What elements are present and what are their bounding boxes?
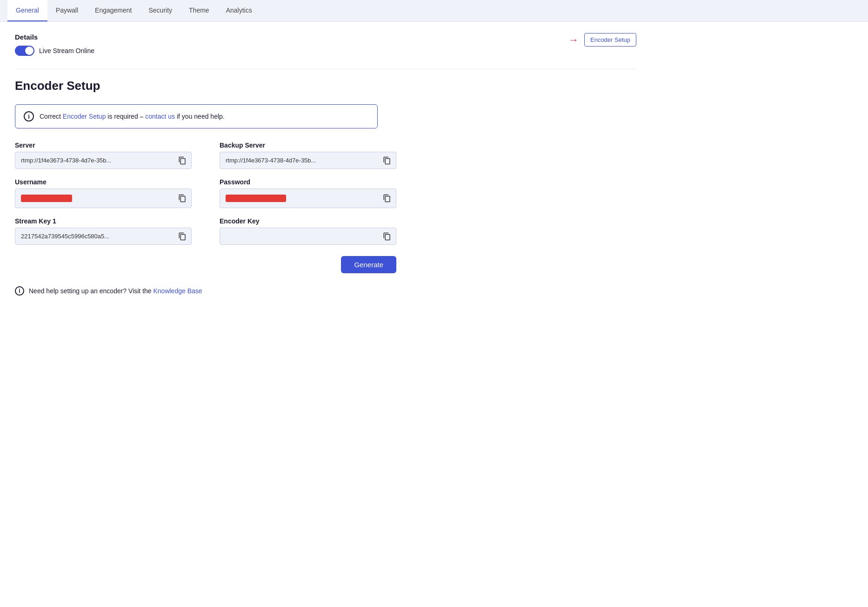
details-section-header: Details Live Stream Online → Encoder Set… [15,33,636,60]
copy-icon [178,194,187,202]
backup-server-label: Backup Server [220,142,396,149]
server-field-group: Server [15,142,192,169]
stream-key-1-input[interactable] [15,228,174,244]
stream-key-1-field-group: Stream Key 1 [15,217,192,245]
copy-icon [178,232,187,241]
tab-theme[interactable]: Theme [180,0,218,21]
encoder-key-field-group: Encoder Key [220,217,396,245]
copy-icon [383,194,391,202]
server-copy-button[interactable] [174,153,191,169]
password-copy-button[interactable] [378,190,396,206]
server-label: Server [15,142,192,149]
tab-engagement[interactable]: Engagement [87,0,140,21]
tab-analytics[interactable]: Analytics [218,0,260,21]
live-stream-toggle-row: Live Stream Online [15,46,94,56]
server-input[interactable] [15,152,174,169]
username-field-group: Username [15,178,192,208]
username-redacted [15,189,174,208]
copy-icon [178,156,187,165]
backup-server-input[interactable] [220,152,378,169]
encoder-setup-heading: Encoder Setup [15,79,636,93]
arrow-to-encoder-btn: → [568,34,579,46]
live-stream-label: Live Stream Online [39,47,94,54]
generate-button[interactable]: Generate [341,256,396,273]
toggle-thumb [25,47,33,55]
info-icon: i [24,111,34,121]
stream-key-1-copy-button[interactable] [174,229,191,244]
encoder-key-input-wrapper [220,228,396,245]
backup-server-input-wrapper [220,152,396,169]
backup-server-field-group: Backup Server [220,142,396,169]
encoder-key-copy-button[interactable] [378,229,396,244]
backup-server-copy-button[interactable] [378,153,396,169]
section-divider [15,69,636,69]
password-redacted [220,189,378,208]
password-field-group: Password [220,178,396,208]
tabs-bar: General Paywall Engagement Security Them… [0,0,868,22]
details-left: Details Live Stream Online [15,33,94,60]
password-redacted-bar [226,195,286,202]
username-redacted-bar [21,195,72,202]
encoder-setup-link[interactable]: Encoder Setup [63,113,106,120]
fields-grid: Server Backup Server [15,142,636,245]
copy-icon [383,156,391,165]
knowledge-base-link[interactable]: Knowledge Base [153,287,202,295]
password-input-wrapper [220,189,396,208]
info-message: Correct Encoder Setup is required – cont… [40,113,225,120]
live-stream-toggle[interactable] [15,46,34,56]
username-input-wrapper [15,189,192,208]
encoder-info-box: i Correct Encoder Setup is required – co… [15,104,378,128]
password-label: Password [220,178,396,186]
encoder-setup-button[interactable]: Encoder Setup [584,33,636,47]
generate-row: Generate [15,256,396,273]
bottom-info-icon: i [15,286,24,296]
username-copy-button[interactable] [174,190,191,206]
stream-key-1-input-wrapper [15,228,192,245]
details-title: Details [15,33,94,41]
bottom-info-text: Need help setting up an encoder? Visit t… [29,287,202,295]
contact-us-link[interactable]: contact us [145,113,175,120]
tab-general[interactable]: General [7,0,47,21]
server-input-wrapper [15,152,192,169]
tab-security[interactable]: Security [140,0,180,21]
header-right: → Encoder Setup [568,33,636,47]
bottom-info: i Need help setting up an encoder? Visit… [15,286,636,296]
main-content: Details Live Stream Online → Encoder Set… [0,22,651,307]
username-label: Username [15,178,192,186]
tab-paywall[interactable]: Paywall [47,0,87,21]
stream-key-1-label: Stream Key 1 [15,217,192,225]
encoder-key-label: Encoder Key [220,217,396,225]
copy-icon [383,232,391,241]
toggle-track [15,46,34,56]
encoder-key-input[interactable] [220,228,378,244]
